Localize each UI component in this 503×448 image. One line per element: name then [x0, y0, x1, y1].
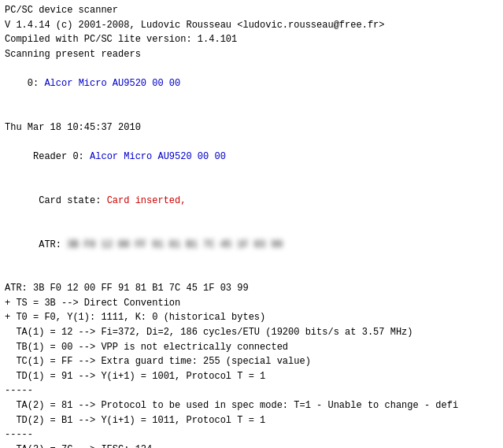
line-td2: TD(2) = B1 --> Y(i+1) = 1011, Protocol T…	[5, 413, 498, 428]
line-scanning: Scanning present readers	[5, 47, 498, 62]
line-atr-full: ATR: 3B F0 12 00 FF 91 81 B1 7C 45 1F 03…	[5, 281, 498, 296]
line-ta3: TA(3) = 7C --> IFSC: 124	[5, 442, 498, 448]
reader-ref-prefix: 0:	[28, 78, 45, 89]
line-blank1	[5, 106, 498, 120]
line-tb1: TB(1) = 00 --> VPP is not electrically c…	[5, 340, 498, 355]
terminal-output: PC/SC device scanner V 1.4.14 (c) 2001-2…	[0, 0, 503, 448]
atr-blurred-value: 3B F0 12 00 FF 91 81 B1 7C 45 1F 03 99	[67, 238, 283, 253]
line-divider2: -----	[5, 428, 498, 442]
line-ta2: TA(2) = 81 --> Protocol to be used in sp…	[5, 398, 498, 413]
line-ts: + TS = 3B --> Direct Convention	[5, 296, 498, 311]
line-scanner-title: PC/SC device scanner	[5, 3, 498, 18]
line-card-state: Card state: Card inserted,	[5, 179, 498, 223]
line-tc1: TC(1) = FF --> Extra guard time: 255 (sp…	[5, 354, 498, 369]
line-reader-ref: 0: Alcor Micro AU9520 00 00	[5, 61, 498, 106]
line-version: V 1.4.14 (c) 2001-2008, Ludovic Rousseau…	[5, 18, 498, 33]
card-state-value: Card inserted,	[107, 195, 187, 206]
reader-name-link[interactable]: Alcor Micro AU9520 00 00	[90, 151, 226, 162]
line-divider1: -----	[5, 383, 498, 398]
atr-prefix: ATR:	[28, 239, 67, 250]
line-atr-blurred: ATR: 3B F0 12 00 FF 91 81 B1 7C 45 1F 03…	[5, 223, 498, 267]
line-reader-label: Reader 0: Alcor Micro AU9520 00 00	[5, 135, 498, 179]
line-td1: TD(1) = 91 --> Y(i+1) = 1001, Protocol T…	[5, 369, 498, 384]
line-compiled: Compiled with PC/SC lite version: 1.4.10…	[5, 32, 498, 47]
reader-ref-link[interactable]: Alcor Micro AU9520 00 00	[44, 78, 180, 89]
card-state-prefix: Card state:	[28, 195, 107, 206]
line-t0: + T0 = F0, Y(1): 1111, K: 0 (historical …	[5, 310, 498, 325]
line-timestamp: Thu Mar 18 10:45:37 2010	[5, 120, 498, 135]
line-blank2	[5, 267, 498, 282]
line-ta1: TA(1) = 12 --> Fi=372, Di=2, 186 cycles/…	[5, 325, 498, 340]
reader-prefix: Reader 0:	[28, 151, 90, 162]
